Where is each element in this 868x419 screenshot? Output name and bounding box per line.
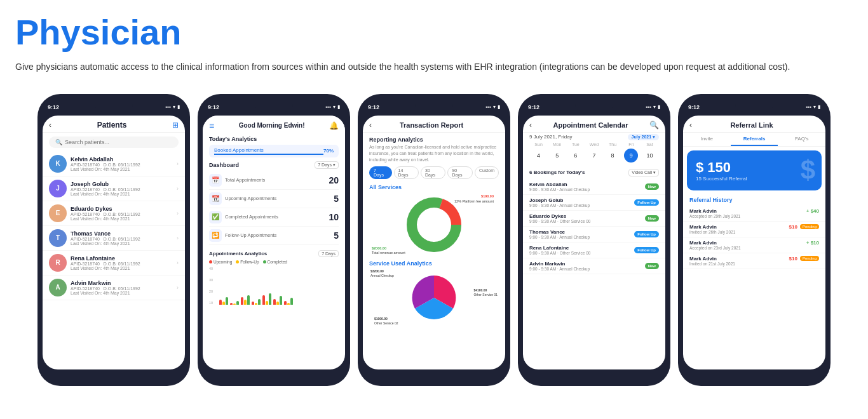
stat-icon-box: 📆: [209, 192, 222, 205]
patient-list-item[interactable]: A Advin Markwin APID-5218740 D.O.B: 05/1…: [43, 276, 185, 300]
appt-days-filter[interactable]: 7 Days: [318, 250, 339, 257]
reporting-text: As long as you're Canadian-licensed and …: [369, 144, 499, 163]
patient-arrow-icon: ›: [177, 185, 179, 192]
booking-item[interactable]: Joseph Golub 9:00 - 9:30 AM · Annual Che…: [523, 195, 665, 211]
video-call-badge[interactable]: Video Call ▾: [628, 169, 659, 176]
bar-group: [252, 299, 261, 305]
booking-item[interactable]: Rena Lafontaine 9:00 - 9:30 AM · Other S…: [523, 243, 665, 258]
patient-avatar: T: [49, 229, 67, 247]
back-button-5[interactable]: ‹: [689, 121, 692, 130]
stat-row: 🔁 Follow-Up Appointments 5: [209, 227, 339, 245]
battery-icon-1: ▮: [177, 104, 180, 110]
booking-item[interactable]: Kelvin Abdallah 9:00 - 9:30 AM · Annual …: [523, 179, 665, 195]
patient-info: Advin Markwin APID-5218740 D.O.B: 05/11/…: [71, 280, 173, 295]
back-button-3[interactable]: ‹: [369, 121, 372, 130]
days-filter[interactable]: 7 Days ▾: [315, 161, 339, 169]
filter-14days[interactable]: 14 Days: [394, 166, 419, 179]
booking-patient-name: Rena Lafontaine: [529, 245, 634, 251]
patient-list-item[interactable]: R Rena Lafontaine APID-5218740 D.O.B: 05…: [43, 251, 185, 276]
filter-7days[interactable]: 7 Days: [369, 166, 392, 179]
tab-referrals[interactable]: Referrals: [731, 133, 778, 146]
pie-svg: [402, 269, 466, 326]
tab-invite[interactable]: Invite: [683, 133, 731, 146]
bar-followup: [233, 303, 236, 305]
cal-date-7[interactable]: 7: [587, 149, 601, 163]
bar-completed: [247, 295, 250, 305]
cal-dates-row: 4 5 6 7 8 9 10: [529, 149, 659, 163]
patient-list-item[interactable]: E Eduardo Dykes APID-5218740 D.O.B: 05/1…: [43, 201, 185, 226]
stat-label: Total Appointments: [225, 177, 265, 183]
patient-list-item[interactable]: T Thomas Vance APID-5218740 D.O.B: 05/11…: [43, 226, 185, 251]
stat-icon-box: 📅: [209, 174, 222, 187]
calendar-screen: ‹ Appointment Calendar 🔍 9 July 2021, Fr…: [523, 116, 665, 369]
wifi-icon-1: ▾: [173, 104, 175, 110]
donut-label-top: $190.0012% Platform fee amount: [454, 194, 494, 203]
bar-upcoming: [219, 300, 222, 305]
booked-pct: 70%: [323, 148, 334, 154]
cal-date-10[interactable]: 10: [642, 149, 656, 163]
back-button-1[interactable]: ‹: [49, 121, 51, 130]
calendar-search-icon[interactable]: 🔍: [649, 121, 659, 130]
filter-custom[interactable]: Custom: [475, 166, 499, 179]
grid-icon[interactable]: ⊞: [172, 121, 179, 130]
service-analytics-title: Service Used Analytics: [369, 260, 499, 267]
stat-label: Follow-Up Appointments: [225, 232, 276, 238]
reporting-label: Reporting Analytics: [369, 136, 499, 143]
legend-followup: Follow-Up: [236, 260, 259, 264]
phone-icons-1: ▪▪▪ ▾ ▮: [165, 104, 180, 110]
dashboard-header: ≡ Good Morning Edwin! 🔔: [203, 116, 345, 133]
menu-icon[interactable]: ≡: [209, 121, 214, 131]
patient-list-item[interactable]: J Joseph Golub APID-5218740 D.O.B: 05/11…: [43, 176, 185, 201]
bar-followup: [244, 300, 247, 305]
patient-last-visit: Last Visited On: 4th May 2021: [71, 167, 173, 171]
cal-date-6[interactable]: 6: [569, 149, 583, 163]
bell-icon[interactable]: 🔔: [329, 121, 339, 130]
patient-avatar: J: [49, 180, 67, 197]
bar-upcoming: [273, 299, 276, 305]
patient-name: Thomas Vance: [71, 230, 173, 237]
booking-info: Rena Lafontaine 9:00 - 9:30 AM · Other S…: [529, 245, 634, 255]
transaction-screen: ‹ Transaction Report Reporting Analytics…: [363, 116, 505, 369]
phone-calendar: 9:12 ▪▪▪ ▾ ▮ ‹ Appointment Calendar 🔍 9 …: [518, 94, 670, 386]
booking-time-service: 9:00 - 9:30 AM · Annual Checkup: [529, 235, 634, 239]
signal-icon-5: ▪▪▪: [806, 104, 811, 110]
signal-icon-4: ▪▪▪: [646, 104, 651, 110]
phone-notch-3: [415, 102, 453, 112]
patient-meta: APID-5218740 D.O.B: 05/11/1992: [71, 262, 173, 266]
back-button-4[interactable]: ‹: [529, 121, 532, 130]
patient-meta: APID-5218740 D.O.B: 05/11/1992: [71, 212, 173, 216]
tab-faqs[interactable]: FAQ's: [778, 133, 825, 146]
month-badge[interactable]: July 2021 ▾: [628, 134, 659, 140]
upcoming-label: Upcoming: [214, 260, 232, 264]
patient-list-item[interactable]: K Kelvin Abdallah APID-5218740 D.O.B: 05…: [43, 152, 185, 176]
patient-arrow-icon: ›: [177, 210, 179, 216]
bar-upcoming: [230, 303, 233, 305]
bar-followup: [287, 303, 290, 305]
filter-90days[interactable]: 90 Days: [447, 166, 472, 179]
cal-date-8[interactable]: 8: [606, 149, 620, 163]
filter-30days[interactable]: 30 Days: [421, 166, 445, 179]
search-input[interactable]: [65, 139, 172, 145]
booking-status-badge: Follow Up: [634, 231, 659, 237]
cal-date-9[interactable]: 9: [624, 149, 638, 163]
stat-left: ✅ Completed Appointments: [209, 211, 278, 223]
booking-item[interactable]: Eduardo Dykes 9:00 - 9:30 AM · Other Ser…: [523, 211, 665, 227]
header-section: Physician Give physicians automatic acce…: [0, 0, 868, 84]
booking-patient-name: Joseph Golub: [529, 197, 634, 203]
booking-item[interactable]: Thomas Vance 9:00 - 9:30 AM · Annual Che…: [523, 227, 665, 243]
bar-completed: [290, 298, 293, 305]
cal-date-4[interactable]: 4: [532, 149, 546, 163]
patient-avatar: K: [49, 155, 67, 173]
referral-history-list: Mark Advin + $40 Accepted on 29th July 2…: [683, 206, 825, 269]
phone-patients: 9:12 ▪▪▪ ▾ ▮ ‹ Patients ⊞ 🔍 K Kelvin Abd…: [37, 94, 190, 386]
bar-group: [230, 301, 239, 305]
patients-search-bar[interactable]: 🔍: [49, 136, 179, 148]
booking-item[interactable]: Advin Markwin 9:00 - 9:30 AM · Annual Ch…: [523, 258, 665, 274]
dashboard-screen: ≡ Good Morning Edwin! 🔔 Today's Analytic…: [203, 116, 345, 369]
referral-history-item: Mark Advin + $10 Accepted on 23rd July 2…: [683, 237, 825, 253]
patient-meta: APID-5218740 D.O.B: 05/11/1992: [71, 286, 173, 291]
cal-date-5[interactable]: 5: [550, 149, 564, 163]
dashboard-label: Dashboard: [209, 162, 239, 168]
signal-icon-3: ▪▪▪: [485, 104, 491, 110]
chart-legend: Upcoming Follow-Up Completed: [209, 260, 339, 264]
